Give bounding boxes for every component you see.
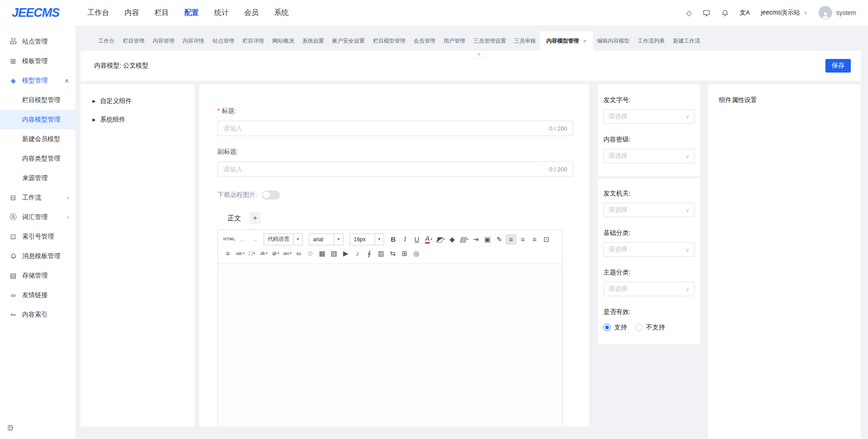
nav-channel[interactable]: 栏目: [154, 8, 169, 18]
doc-number-select[interactable]: 请选择 ∨: [603, 109, 694, 124]
tab-three-role-settings[interactable]: 三员管理设置: [469, 31, 510, 51]
clean-cache-icon[interactable]: ◇: [686, 9, 692, 17]
tab-workflow-list[interactable]: 工作流列表: [634, 31, 669, 51]
sidebar-item-templates[interactable]: ⊞ 模板管理: [0, 51, 75, 71]
sidebar-item-sites[interactable]: 品 站点管理: [0, 32, 75, 51]
underline-icon[interactable]: U: [411, 234, 422, 245]
radio-not-support[interactable]: 不支持: [635, 323, 665, 332]
paste-as-text-icon[interactable]: ▣: [482, 234, 493, 245]
redo-icon[interactable]: →: [249, 234, 260, 245]
tab-site-overview[interactable]: 网站概况: [268, 31, 298, 51]
nav-statistics[interactable]: 统计: [214, 8, 229, 18]
insert-video-icon[interactable]: ▶: [340, 248, 351, 259]
sidebar-item-source-manage[interactable]: 来源管理: [0, 168, 75, 188]
unlink-icon[interactable]: ⊘: [305, 248, 316, 259]
subtitle-input[interactable]: [223, 166, 545, 173]
brand-logo[interactable]: JEECMS: [12, 6, 59, 20]
sidebar-item-message-template[interactable]: 消息模板管理: [0, 246, 75, 266]
theme-category-select[interactable]: 请选择 ∨: [603, 282, 694, 296]
sidebar-item-storage[interactable]: ▤ 存储管理: [0, 266, 75, 285]
font-color-icon[interactable]: A▾: [423, 234, 434, 245]
sidebar-item-workflow[interactable]: ⊟ 工作流 ›: [0, 188, 75, 207]
radio-support[interactable]: 支持: [603, 323, 627, 332]
unordered-list-icon[interactable]: ∷▾: [246, 248, 257, 259]
sidebar-item-index-number[interactable]: ⊡ 索引号管理: [0, 227, 75, 246]
basic-category-select[interactable]: 请选择 ∨: [603, 242, 694, 257]
tab-channel-manage[interactable]: 栏目管理: [119, 31, 149, 51]
user-menu[interactable]: system: [819, 6, 856, 20]
align-right-icon[interactable]: ≡: [517, 234, 528, 245]
collapse-sidebar-icon[interactable]: [6, 424, 14, 434]
save-button[interactable]: 保存: [825, 59, 851, 73]
clear-format-icon[interactable]: ◆: [447, 234, 458, 245]
editor-body[interactable]: [218, 264, 562, 426]
group-custom-components[interactable]: ▶ 自定义组件: [92, 97, 195, 105]
fullscreen-preview-icon[interactable]: ⊡: [541, 234, 552, 245]
image-watermark-icon[interactable]: ▧: [328, 248, 339, 259]
add-editor-tab-button[interactable]: +: [249, 212, 261, 224]
tab-edit-content-model[interactable]: 编辑内容模型: [593, 31, 634, 51]
insert-audio-icon[interactable]: ♪: [352, 248, 363, 259]
align-both-icon[interactable]: ≡: [222, 248, 233, 259]
find-replace-icon[interactable]: ◎: [411, 248, 422, 259]
italic-icon[interactable]: I: [400, 234, 410, 245]
sidebar-item-friend-links[interactable]: ∞ 友情链接: [0, 285, 75, 305]
tab-site-manage[interactable]: 站点管理: [208, 31, 238, 51]
paragraph-spacing-icon[interactable]: ≑▾: [270, 248, 280, 259]
ordered-list-icon[interactable]: ≔▾: [234, 248, 245, 259]
translate-icon[interactable]: 文A: [740, 9, 750, 17]
align-left-icon[interactable]: ≡: [506, 234, 516, 245]
bold-icon[interactable]: B: [388, 234, 399, 245]
tab-workbench[interactable]: 工作台: [94, 31, 119, 51]
paragraph-format-icon[interactable]: ▤▾: [458, 234, 469, 245]
tab-body-text[interactable]: 正文: [227, 214, 241, 223]
background-color-icon[interactable]: ◩▾: [435, 234, 446, 245]
insert-frame-icon[interactable]: ▥: [376, 248, 386, 259]
group-system-components[interactable]: ▶ 系统组件: [92, 116, 195, 124]
nav-content[interactable]: 内容: [125, 8, 139, 18]
insert-table-icon[interactable]: ⊞: [399, 248, 410, 259]
source-code-button[interactable]: HTML: [222, 234, 236, 245]
sidebar-item-content-model[interactable]: 内容模型管理: [0, 110, 75, 129]
bell-icon[interactable]: [721, 9, 729, 17]
content-secrecy-select[interactable]: 请选择 ∨: [603, 149, 694, 163]
sidebar-item-vocabulary[interactable]: Ⓐ 词汇管理 ›: [0, 207, 75, 227]
align-justify-icon[interactable]: ≡: [529, 234, 540, 245]
nav-system[interactable]: 系统: [274, 8, 289, 18]
nav-workbench[interactable]: 工作台: [87, 8, 109, 18]
format-painter-icon[interactable]: ✎: [494, 234, 505, 245]
sidebar-item-content-type[interactable]: 内容类型管理: [0, 149, 75, 168]
tab-content-model-manage[interactable]: 内容模型管理 ×: [540, 31, 593, 51]
page-break-icon[interactable]: ⇆: [387, 248, 398, 259]
tab-new-workflow[interactable]: 新建工作流: [669, 31, 704, 51]
attachment-icon[interactable]: ∮: [364, 248, 375, 259]
monitor-icon[interactable]: [703, 9, 710, 17]
sidebar-item-new-member-model[interactable]: 新建会员模型: [0, 129, 75, 149]
site-switcher[interactable]: jeecms演示站 ∨: [761, 9, 808, 17]
link-icon[interactable]: ∞: [293, 248, 304, 259]
tab-member-manage[interactable]: 会员管理: [410, 31, 439, 51]
collapse-tabs-button[interactable]: «: [471, 51, 487, 58]
undo-icon[interactable]: ←: [237, 234, 248, 245]
nav-member[interactable]: 会员: [244, 8, 259, 18]
insert-image-icon[interactable]: ▦: [317, 248, 328, 259]
indent-icon[interactable]: ⇥: [470, 234, 481, 245]
tab-user-manage[interactable]: 用户管理: [439, 31, 469, 51]
task-list-icon[interactable]: ≕▾: [281, 248, 292, 259]
tab-account-security[interactable]: 账户安全设置: [328, 31, 369, 51]
tab-channel-detail[interactable]: 栏目详情: [238, 31, 268, 51]
remote-image-toggle[interactable]: [262, 190, 280, 200]
line-height-icon[interactable]: ≐▾: [258, 248, 269, 259]
tab-content-detail[interactable]: 内容详情: [178, 31, 208, 51]
code-language-select[interactable]: 代码语言 ▼: [264, 234, 303, 245]
close-icon[interactable]: ×: [583, 38, 587, 44]
issuing-agency-select[interactable]: 请选择 ∨: [603, 203, 694, 217]
sidebar-item-models[interactable]: ◈ 模型管理 ∧: [0, 71, 75, 90]
tab-system-settings[interactable]: 系统设置: [298, 31, 328, 51]
nav-config[interactable]: 配置: [184, 8, 199, 18]
font-size-select[interactable]: 16px ▼: [350, 234, 384, 245]
tab-content-manage[interactable]: 内容管理: [149, 31, 178, 51]
tab-channel-model-manage[interactable]: 栏目模型管理: [369, 31, 410, 51]
font-family-select[interactable]: arial ▼: [309, 234, 343, 245]
sidebar-item-channel-model[interactable]: 栏目模型管理: [0, 90, 75, 110]
